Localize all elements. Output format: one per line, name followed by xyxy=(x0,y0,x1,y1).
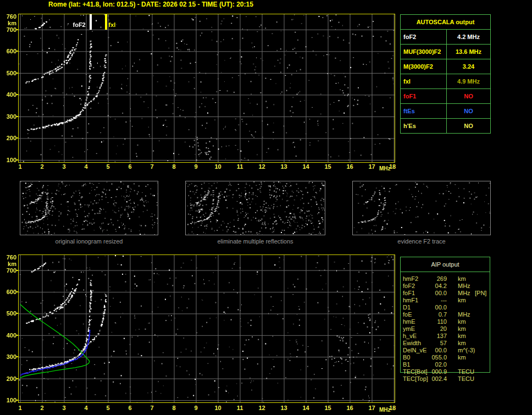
thumbnail-caption-eliminate: eliminate multiple reflections xyxy=(185,238,325,245)
x-tick-label: 8 xyxy=(169,163,179,170)
aip-param-unit: km xyxy=(458,325,466,333)
autoscala-param-value: 13.6 MHz xyxy=(447,45,490,59)
thumbnail-original-ionogram xyxy=(20,181,158,235)
aip-param-extra: [PN] xyxy=(475,290,486,297)
aip-param-label: B0 xyxy=(403,354,410,361)
aip-param-label: hmE xyxy=(403,318,415,325)
aip-row-ewidth: Ewidth57km xyxy=(403,340,491,347)
autoscala-row-fxl: fxl4.9 MHz xyxy=(401,74,490,89)
autoscala-row-ftes: ftEsNO xyxy=(401,104,490,119)
y-axis-tick xyxy=(16,73,18,74)
x-tick-label: 10 xyxy=(213,405,223,411)
y-tick-label: 100 xyxy=(1,157,16,163)
thumbnail-eliminate-reflections xyxy=(185,181,325,235)
thumbnail-eliminate-canvas xyxy=(186,181,325,235)
x-tick-label: 13 xyxy=(279,163,289,170)
aip-param-value: 055.0 xyxy=(425,354,447,361)
autoscala-param-label: foF1 xyxy=(401,89,447,103)
aip-param-value: 00.0 xyxy=(425,304,447,311)
y-tick-label: 400 xyxy=(1,332,16,339)
x-tick-label: 11 xyxy=(235,163,245,170)
x-tick-label: 5 xyxy=(103,163,113,170)
x-tick-label: 10 xyxy=(213,163,223,170)
aip-row-fof2: foF204.2MHz xyxy=(403,283,491,290)
y-tick-label: 760 xyxy=(1,13,16,20)
aip-row-yme: ymE20km xyxy=(403,325,491,333)
thumbnail-evidence-canvas xyxy=(353,181,490,235)
y-tick-label: 200 xyxy=(1,135,16,141)
aip-param-value: 20 xyxy=(425,325,447,333)
aip-param-label: foF2 xyxy=(403,283,415,290)
aip-param-value: 02.0 xyxy=(425,361,447,368)
y-tick-label: 600 xyxy=(1,48,16,54)
autoscala-row-muf-3000-f2: MUF(3000)F213.6 MHz xyxy=(401,45,490,59)
aip-param-unit: km xyxy=(458,354,466,361)
y-axis-unit-label: km xyxy=(1,261,16,267)
y-tick-label: 300 xyxy=(1,113,16,120)
x-tick-label: 14 xyxy=(301,405,311,411)
autoscala-param-label: M(3000)F2 xyxy=(401,59,447,74)
autoscala-param-label: h'Es xyxy=(401,119,447,133)
aip-param-label: B1 xyxy=(403,361,410,368)
aip-table-header: AIP output xyxy=(401,257,490,272)
autoscala-row-m-3000-f2: M(3000)F23.24 xyxy=(401,59,490,74)
aip-param-unit: km xyxy=(458,318,466,325)
y-tick-label: 600 xyxy=(1,289,16,295)
x-tick-label: 2 xyxy=(37,163,47,170)
autoscala-row-fof1: foF1NO xyxy=(401,89,490,104)
top-ionogram-plot: foF2 fxl xyxy=(18,14,395,163)
aip-param-unit: m^(-3) xyxy=(458,347,475,354)
x-tick-label: 17 xyxy=(367,163,377,170)
autoscala-param-value: NO xyxy=(447,104,490,118)
aip-row-hmf1: hmF1---km xyxy=(403,297,491,304)
y-axis-tick xyxy=(16,29,18,30)
y-tick-label: 760 xyxy=(1,254,16,261)
page-title: Rome (lat: +41.8, lon: 012.5) - DATE: 20… xyxy=(48,1,253,8)
x-tick-label: 1 xyxy=(15,405,25,411)
y-tick-label: 300 xyxy=(1,353,16,360)
x-tick-label: 9 xyxy=(191,163,201,170)
autoscala-param-value: 4.9 MHz xyxy=(447,74,490,88)
x-tick-label: 15 xyxy=(323,405,333,411)
aip-param-value: 57 xyxy=(425,340,447,347)
x-tick-label: 6 xyxy=(125,405,135,411)
x-tick-label: 7 xyxy=(147,163,157,170)
aip-param-unit: km xyxy=(458,340,466,347)
aip-param-label: TEC[Top] xyxy=(403,375,428,383)
aip-param-unit: km xyxy=(458,297,466,304)
thumbnail-evidence-f2 xyxy=(352,181,491,235)
x-axis-unit-label: MHz xyxy=(379,165,391,171)
x-tick-label: 3 xyxy=(59,405,69,411)
aip-param-value: 110 xyxy=(425,318,447,325)
y-axis-tick xyxy=(16,291,18,292)
y-axis-tick xyxy=(16,116,18,117)
autoscala-param-value: 3.24 xyxy=(447,59,490,74)
y-axis-tick xyxy=(16,378,18,379)
fof2-marker-label: foF2 xyxy=(73,21,86,28)
x-tick-label: 7 xyxy=(147,405,157,411)
autoscala-output-table: AUTOSCALA output foF24.2 MHzMUF(3000)F21… xyxy=(400,14,491,134)
autoscala-row-h-es: h'EsNO xyxy=(401,119,490,133)
x-tick-label: 16 xyxy=(345,405,355,411)
y-axis-tick xyxy=(16,335,18,336)
x-tick-label: 1 xyxy=(15,163,25,170)
x-tick-label: 17 xyxy=(367,405,377,411)
x-tick-label: 11 xyxy=(235,405,245,411)
aip-row-deln-ve: DelN_vE00.0m^(-3) xyxy=(403,347,491,354)
y-axis-tick xyxy=(16,51,18,52)
autoscala-row-fof2: foF24.2 MHz xyxy=(401,30,490,45)
aip-param-label: hmF1 xyxy=(403,297,418,304)
autoscala-param-value: 4.2 MHz xyxy=(447,30,490,44)
y-tick-label: 700 xyxy=(1,267,16,274)
y-axis-tick xyxy=(16,159,18,161)
y-tick-label: 500 xyxy=(1,70,16,76)
aip-param-label: TEC[Bot] xyxy=(403,368,428,375)
aip-param-unit: MHz xyxy=(458,290,470,297)
x-tick-label: 14 xyxy=(301,163,311,170)
autoscala-param-label: ftEs xyxy=(401,104,447,118)
x-tick-label: 2 xyxy=(37,405,47,411)
aip-param-value: 000.9 xyxy=(425,368,447,375)
aip-row-tec-bot-: TEC[Bot]000.9TECU xyxy=(403,368,491,375)
aip-param-value: 00.0 xyxy=(425,290,447,297)
autoscala-param-label: foF2 xyxy=(401,30,447,44)
